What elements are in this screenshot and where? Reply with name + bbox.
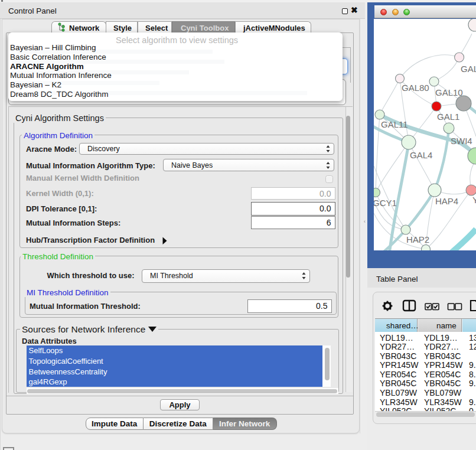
svg-text:HAP4: HAP4 [435,196,458,206]
svg-text:SWI4: SWI4 [451,136,472,146]
svg-text:GAL7: GAL7 [461,64,476,74]
svg-text:GAL4: GAL4 [410,150,432,160]
svg-text:GAL1: GAL1 [437,112,459,122]
svg-text:HAP2: HAP2 [406,234,429,244]
svg-text:GAL11: GAL11 [381,119,408,129]
svg-text:GAL80: GAL80 [402,83,429,93]
svg-text:GCY1: GCY1 [374,198,397,208]
svg-text:GAL10: GAL10 [435,87,463,97]
svg-text:Y: Y [472,195,476,205]
